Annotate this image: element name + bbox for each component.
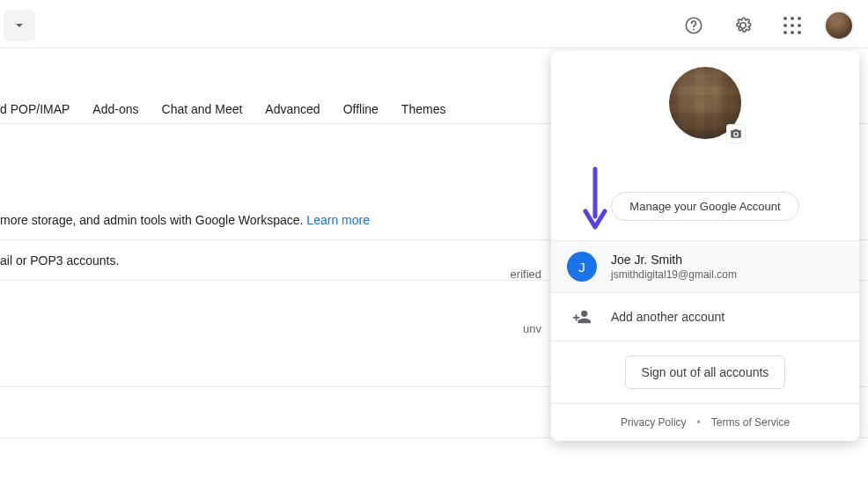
- tab-pop-imap[interactable]: d POP/IMAP: [0, 102, 70, 116]
- privacy-policy-link[interactable]: Privacy Policy: [621, 416, 687, 429]
- other-account-name: Joe Jr. Smith: [611, 253, 737, 267]
- help-icon: [684, 16, 703, 35]
- settings-button[interactable]: [725, 8, 761, 43]
- tab-chat-meet[interactable]: Chat and Meet: [162, 102, 243, 116]
- help-button[interactable]: [676, 8, 711, 43]
- camera-badge[interactable]: [726, 124, 746, 143]
- other-account-email: jsmithdigital19@gmail.com: [611, 268, 737, 281]
- top-bar-right: [676, 8, 854, 43]
- apps-grid-icon: [783, 17, 801, 34]
- caret-down-icon: [15, 21, 24, 30]
- tab-offline[interactable]: Offline: [343, 102, 379, 116]
- learn-more-link[interactable]: Learn more: [306, 213, 370, 227]
- workspace-text: more storage, and admin tools with Googl…: [0, 213, 306, 227]
- account-avatar-button[interactable]: [824, 11, 854, 40]
- popup-footer: Privacy Policy • Terms of Service: [551, 403, 859, 441]
- manage-account-button[interactable]: Manage your Google Account: [611, 192, 798, 221]
- tab-advanced[interactable]: Advanced: [265, 102, 320, 116]
- signout-wrap: Sign out of all accounts: [551, 341, 859, 403]
- add-account-icon-wrap: [567, 307, 597, 327]
- add-account-label: Add another account: [611, 310, 725, 324]
- camera-icon: [730, 128, 742, 140]
- unv-fragment: unv: [523, 322, 541, 335]
- svg-point-1: [693, 29, 695, 31]
- top-bar: [0, 0, 868, 51]
- dropdown-button[interactable]: [4, 10, 35, 41]
- arrow-annotation: [580, 165, 610, 231]
- apps-button[interactable]: [775, 8, 810, 43]
- tab-addons[interactable]: Add-ons: [92, 102, 138, 116]
- pop3-text: ail or POP3 accounts.: [0, 253, 119, 268]
- other-account-avatar: J: [567, 252, 597, 282]
- gear-icon: [733, 16, 753, 35]
- popup-header: Manage your Google Account: [551, 51, 859, 240]
- other-account-row[interactable]: J Joe Jr. Smith jsmithdigital19@gmail.co…: [551, 240, 859, 292]
- tab-themes[interactable]: Themes: [401, 102, 446, 116]
- add-account-row[interactable]: Add another account: [551, 292, 859, 341]
- terms-link[interactable]: Terms of Service: [711, 416, 790, 429]
- account-popup: Manage your Google Account J Joe Jr. Smi…: [551, 51, 859, 441]
- account-avatar-large[interactable]: [669, 67, 741, 139]
- verified-fragment: erified: [511, 268, 541, 281]
- top-bar-left: [0, 10, 35, 41]
- settings-tabs-row: d POP/IMAP Add-ons Chat and Meet Advance…: [0, 102, 445, 116]
- signout-button[interactable]: Sign out of all accounts: [625, 356, 786, 389]
- other-account-text: Joe Jr. Smith jsmithdigital19@gmail.com: [611, 253, 737, 281]
- topbar-divider: [0, 48, 868, 48]
- footer-separator: •: [697, 416, 701, 429]
- person-add-icon: [572, 307, 592, 327]
